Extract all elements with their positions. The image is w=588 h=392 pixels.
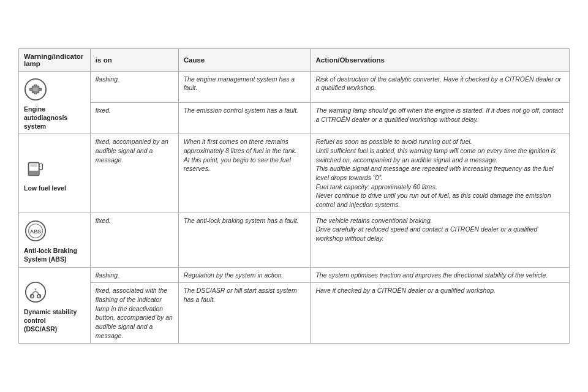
cause-cell: When it first comes on there remains app… — [178, 134, 311, 213]
header-action: Action/Observations — [311, 48, 570, 71]
lamp-label: Engine autodiagnosis system — [24, 105, 85, 130]
cause-cell: The anti-lock braking system has a fault… — [178, 213, 311, 267]
action-cell: The warning lamp should go off when the … — [311, 102, 570, 134]
svg-rect-1 — [33, 88, 38, 91]
lamp-cell: Engine autodiagnosis system — [19, 71, 91, 134]
table-row: Low fuel levelfixed, accompanied by an a… — [19, 134, 570, 213]
lamp-cell: Low fuel level — [19, 134, 91, 213]
is-on-cell: fixed, associated with the flashing of t… — [90, 283, 178, 344]
svg-rect-3 — [29, 171, 39, 176]
lamp-cell: Dynamic stability control (DSC/ASR) — [19, 267, 91, 344]
abs-icon: ABS — [24, 219, 85, 245]
cause-cell: The DSC/ASR or hill start assist system … — [178, 283, 311, 344]
lamp-label: Dynamic stability control (DSC/ASR) — [24, 308, 85, 333]
is-on-cell: fixed. — [90, 213, 178, 267]
lamp-label: Low fuel level — [24, 184, 85, 193]
svg-text:ABS: ABS — [30, 228, 41, 234]
lamp-label: Anti-lock Braking System (ABS) — [24, 247, 85, 263]
is-on-cell: fixed, accompanied by an audible signal … — [90, 134, 178, 213]
header-ison: is on — [90, 48, 178, 71]
header-cause: Cause — [178, 48, 311, 71]
table-row: fixed, associated with the flashing of t… — [19, 283, 570, 344]
page-wrapper: Warning/indicator lamp is on Cause Actio… — [18, 48, 570, 344]
action-cell: Refuel as soon as possible to avoid runn… — [311, 134, 570, 213]
is-on-cell: flashing. — [90, 71, 178, 102]
engine-icon — [24, 78, 85, 104]
table-row: Engine autodiagnosis systemflashing.The … — [19, 71, 570, 102]
cause-cell: The emission control system has a fault. — [178, 102, 311, 134]
warning-table: Warning/indicator lamp is on Cause Actio… — [18, 48, 570, 344]
cause-cell: The engine management system has a fault… — [178, 71, 311, 102]
action-cell: Have it checked by a CITROËN dealer or a… — [311, 283, 570, 344]
table-row: ABS Anti-lock Braking System (ABS)fixed.… — [19, 213, 570, 267]
is-on-cell: flashing. — [90, 267, 178, 283]
dsc-icon — [24, 281, 85, 306]
cause-cell: Regulation by the system in action. — [178, 267, 311, 283]
table-row: fixed.The emission control system has a … — [19, 102, 570, 134]
is-on-cell: fixed. — [90, 102, 178, 134]
header-lamp: Warning/indicator lamp — [19, 48, 91, 71]
action-cell: The vehicle retains conventional braking… — [311, 213, 570, 267]
fuel-icon — [24, 157, 85, 183]
action-cell: Risk of destruction of the catalytic con… — [311, 71, 570, 102]
action-cell: The system optimises traction and improv… — [311, 267, 570, 283]
lamp-cell: ABS Anti-lock Braking System (ABS) — [19, 213, 91, 267]
table-row: Dynamic stability control (DSC/ASR)flash… — [19, 267, 570, 283]
svg-rect-6 — [30, 164, 37, 167]
